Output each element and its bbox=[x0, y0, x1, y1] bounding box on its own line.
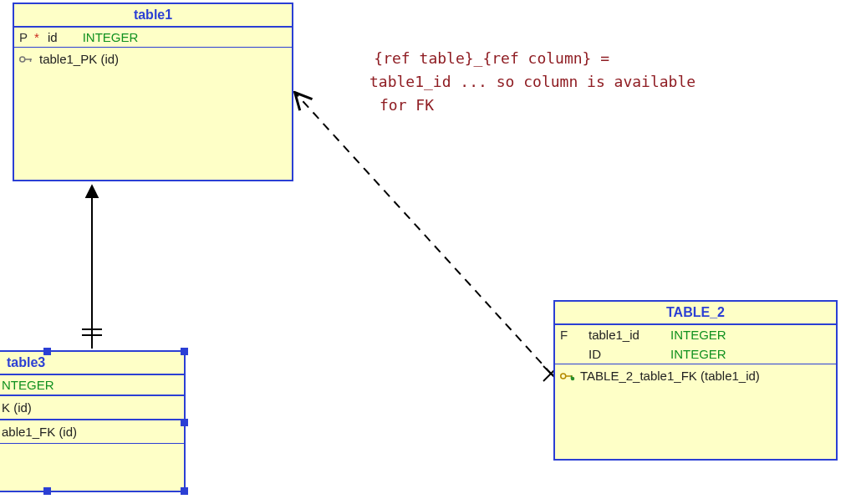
column-flag: P bbox=[19, 30, 29, 44]
svg-point-10 bbox=[561, 374, 566, 379]
column-flag: F bbox=[560, 328, 570, 342]
index-row: able1_FK (id) bbox=[0, 420, 184, 443]
column-type: INTEGER bbox=[83, 30, 139, 44]
column-row: NTEGER bbox=[0, 375, 184, 395]
asterisk-icon: * bbox=[34, 30, 43, 44]
column-type: INTEGER bbox=[670, 347, 726, 361]
column-type: INTEGER bbox=[670, 328, 726, 342]
index-label-fragment: able1_FK (id) bbox=[2, 425, 77, 439]
index-row: K (id) bbox=[0, 396, 184, 419]
column-name: table1_id bbox=[588, 328, 665, 342]
column-row: ID INTEGER bbox=[555, 344, 836, 364]
entity-table1[interactable]: table1 P * id INTEGER table1_PK (id) bbox=[13, 3, 293, 181]
annotation-line: {ref table}_{ref column} = bbox=[374, 49, 609, 67]
annotation-text: {ref table}_{ref column} = table1_id ...… bbox=[338, 23, 696, 163]
svg-point-7 bbox=[20, 57, 25, 62]
entity-title: TABLE_2 bbox=[555, 302, 836, 325]
column-row: P * id INTEGER bbox=[14, 28, 292, 47]
selection-handle-icon[interactable] bbox=[43, 348, 51, 355]
fk-key-icon bbox=[560, 370, 575, 382]
column-type-fragment: NTEGER bbox=[2, 378, 54, 392]
selection-handle-icon[interactable] bbox=[43, 487, 51, 495]
svg-point-13 bbox=[571, 376, 575, 380]
index-row: table1_PK (id) bbox=[14, 48, 292, 70]
pk-key-icon bbox=[19, 53, 34, 65]
selection-handle-icon[interactable] bbox=[181, 487, 188, 495]
annotation-line: for FK bbox=[338, 94, 696, 117]
selection-handle-icon[interactable] bbox=[181, 419, 188, 426]
entity-table3[interactable]: table3 NTEGER K (id) able1_FK (id) bbox=[0, 350, 186, 492]
entity-title: table3 bbox=[0, 352, 184, 375]
diagram-canvas[interactable]: table1 P * id INTEGER table1_PK (id) t bbox=[0, 0, 856, 504]
column-row: F table1_id INTEGER bbox=[555, 325, 836, 344]
column-name: ID bbox=[588, 347, 665, 361]
entity-table2[interactable]: TABLE_2 F table1_id INTEGER ID INTEGER bbox=[553, 300, 838, 461]
svg-rect-9 bbox=[30, 59, 32, 62]
index-label: table1_PK (id) bbox=[39, 52, 119, 66]
selection-handle-icon[interactable] bbox=[181, 348, 188, 355]
annotation-line: table1_id ... so column is available bbox=[338, 70, 696, 94]
index-label: TABLE_2_table1_FK (table1_id) bbox=[580, 369, 760, 383]
index-row: TABLE_2_table1_FK (table1_id) bbox=[555, 364, 836, 387]
entity-title: table1 bbox=[14, 4, 292, 28]
index-label-fragment: K (id) bbox=[2, 400, 32, 415]
column-name: id bbox=[48, 30, 58, 44]
